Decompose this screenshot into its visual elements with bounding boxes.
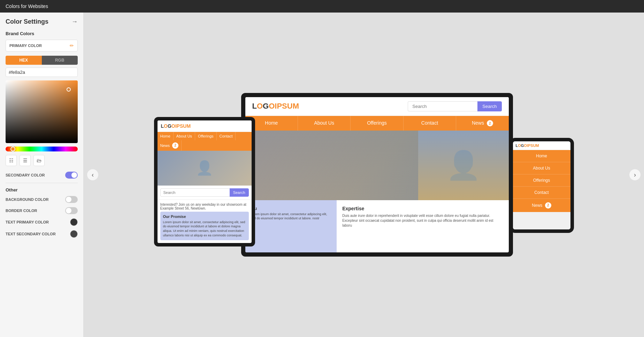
mobile-bottom-area bbox=[513, 212, 570, 229]
desktop-nav-about[interactable]: About Us bbox=[298, 116, 351, 131]
nav-arrow-left[interactable]: ‹ bbox=[87, 169, 98, 180]
tablet-nav-home[interactable]: Home bbox=[158, 132, 174, 140]
tablet-nav-about[interactable]: About Us bbox=[174, 132, 195, 140]
partial-title: Ou bbox=[251, 206, 331, 211]
desktop-search-button[interactable]: Search bbox=[477, 101, 501, 111]
app-title: Colors for Websites bbox=[6, 3, 48, 9]
text-secondary-row: TEXT SECONDARY COLOR bbox=[6, 230, 78, 238]
picker-icons: ☷ ☰ 🗁 bbox=[6, 155, 78, 166]
tablet-mockup: LOGOIPSUM Home About Us Offerings Contac… bbox=[154, 117, 255, 246]
desktop-nav-offerings[interactable]: Offerings bbox=[351, 116, 403, 131]
desktop-hero: 👤 bbox=[245, 131, 509, 200]
mobile-nav-about[interactable]: About Us bbox=[513, 162, 570, 174]
background-color-label: BACKGROUND COLOR bbox=[6, 197, 48, 202]
text-secondary-label: TEXT SECONDARY COLOR bbox=[6, 232, 56, 236]
preview-container: LOGOIPSUM Home About Us Offerings Contac… bbox=[84, 13, 644, 337]
expertise-title: Expertise bbox=[342, 206, 503, 211]
hex-value-input[interactable] bbox=[6, 68, 78, 77]
background-color-toggle[interactable] bbox=[65, 196, 78, 203]
primary-color-row: PRIMARY COLOR ✏ bbox=[6, 40, 78, 52]
mobile-logo: LOGOIPSUM bbox=[516, 143, 568, 148]
mobile-header: LOGOIPSUM bbox=[513, 141, 570, 150]
website-header: LOGOIPSUM Search bbox=[245, 97, 509, 116]
expertise-text: Duis aute irure dolor in reprehenderit i… bbox=[342, 213, 503, 228]
tablet-nav: Home About Us Offerings Contact News 2 bbox=[158, 132, 252, 151]
border-color-toggle[interactable] bbox=[65, 207, 78, 214]
tablet-promise-text: Lorem ipsum dolor sit amet, consectetur … bbox=[163, 220, 246, 237]
background-color-row: BACKGROUND COLOR bbox=[6, 196, 78, 203]
tablet-nav-contact[interactable]: Contact bbox=[217, 132, 236, 140]
border-color-label: BORDER COLOR bbox=[6, 209, 37, 213]
mobile-screen: LOGOIPSUM Home About Us Offerings Contac… bbox=[513, 141, 570, 229]
text-secondary-dot[interactable] bbox=[70, 230, 78, 238]
secondary-color-row: SECONDARY COLOR bbox=[6, 172, 78, 179]
export-icon[interactable]: → bbox=[71, 18, 78, 25]
text-primary-row: TEXT PRIMARY COLOR bbox=[6, 218, 78, 226]
secondary-color-label: SECONDARY COLOR bbox=[6, 173, 45, 177]
eyedropper-icon[interactable]: 🗁 bbox=[33, 155, 45, 166]
tablet-news-badge: 2 bbox=[172, 142, 178, 149]
tablet-promise-box: Our Promise Lorem ipsum dolor sit amet, … bbox=[160, 212, 249, 240]
tablet-promise-title: Our Promise bbox=[163, 214, 246, 219]
tablet-content: Interested? Join us on any weekday in ou… bbox=[158, 200, 252, 243]
sidebar-title: Color Settings bbox=[6, 18, 48, 25]
mobile-nav-home[interactable]: Home bbox=[513, 150, 570, 162]
tablet-search-input[interactable] bbox=[160, 188, 230, 197]
tablet-screen: LOGOIPSUM Home About Us Offerings Contac… bbox=[158, 120, 252, 243]
top-bar: Colors for Websites bbox=[0, 0, 644, 13]
sidebar-header: Color Settings → bbox=[6, 18, 78, 25]
hue-thumb bbox=[10, 147, 15, 151]
mobile-mockup: LOGOIPSUM Home About Us Offerings Contac… bbox=[509, 138, 574, 233]
secondary-color-toggle[interactable] bbox=[65, 172, 78, 179]
color-picker-cursor bbox=[67, 87, 71, 92]
rgb-tab[interactable]: RGB bbox=[42, 56, 78, 65]
primary-color-label: PRIMARY COLOR bbox=[9, 44, 42, 48]
tablet-nav-offerings[interactable]: Offerings bbox=[195, 132, 216, 140]
tablet-nav-news[interactable]: News 2 bbox=[158, 140, 182, 151]
primary-color-edit-icon[interactable]: ✏ bbox=[70, 43, 74, 48]
border-color-row: BORDER COLOR bbox=[6, 207, 78, 214]
desktop-nav-news[interactable]: News 2 bbox=[456, 116, 508, 131]
desktop-content: Ou Lorem ipsum dolor sit amet, consectet… bbox=[245, 200, 509, 252]
background-color-toggle-knob bbox=[66, 197, 71, 202]
mobile-nav: Home About Us Offerings Contact News 2 bbox=[513, 150, 570, 212]
text-primary-dot[interactable] bbox=[70, 218, 78, 226]
sidebar: Color Settings → Brand Colors PRIMARY CO… bbox=[0, 13, 84, 337]
partial-text: Lorem ipsum dolor sit amet, consectetur … bbox=[251, 212, 331, 220]
tablet-search-bar: Search bbox=[158, 186, 252, 200]
secondary-color-toggle-knob bbox=[71, 172, 77, 178]
grid-icon[interactable]: ☷ bbox=[6, 155, 17, 166]
hex-rgb-tabs: HEX RGB bbox=[6, 56, 78, 65]
desktop-search-input[interactable] bbox=[408, 101, 477, 111]
border-color-toggle-knob bbox=[66, 208, 71, 213]
divider-1 bbox=[6, 183, 78, 183]
desktop-nav-contact[interactable]: Contact bbox=[404, 116, 456, 131]
desktop-screen: LOGOIPSUM Search Home About Us Offerings… bbox=[245, 97, 509, 253]
tablet-logo: LOGOIPSUM bbox=[161, 123, 248, 129]
brand-colors-label: Brand Colors bbox=[6, 31, 78, 36]
tablet-hero-image: 👤 bbox=[158, 151, 252, 186]
desktop-logo: LOGOIPSUM bbox=[252, 102, 299, 111]
other-label: Other bbox=[6, 187, 78, 193]
tablet-header: LOGOIPSUM bbox=[158, 120, 252, 132]
nav-arrow-right[interactable]: › bbox=[629, 169, 641, 180]
desktop-mockup: LOGOIPSUM Search Home About Us Offerings… bbox=[241, 93, 513, 257]
text-primary-label: TEXT PRIMARY COLOR bbox=[6, 220, 49, 224]
mobile-nav-offerings[interactable]: Offerings bbox=[513, 174, 570, 187]
hex-tab[interactable]: HEX bbox=[6, 56, 42, 65]
tablet-search-button[interactable]: Search bbox=[230, 188, 249, 197]
mobile-nav-contact[interactable]: Contact bbox=[513, 187, 570, 199]
mobile-nav-news[interactable]: News 2 bbox=[513, 199, 570, 212]
desktop-search-bar: Search bbox=[408, 101, 501, 111]
hue-slider[interactable] bbox=[6, 147, 78, 151]
main-layout: Color Settings → Brand Colors PRIMARY CO… bbox=[0, 13, 644, 337]
preview-area: ‹ › LOGOIPSUM Home About Us Offerings Co… bbox=[84, 13, 644, 337]
color-picker-area[interactable] bbox=[6, 80, 78, 143]
mobile-news-badge: 2 bbox=[545, 202, 551, 209]
desktop-news-badge: 2 bbox=[487, 120, 493, 126]
desktop-nav: Home About Us Offerings Contact News 2 bbox=[245, 116, 509, 131]
tablet-intro-text: Interested? Join us on any weekday in ou… bbox=[160, 203, 249, 210]
sliders-icon[interactable]: ☰ bbox=[20, 155, 31, 166]
